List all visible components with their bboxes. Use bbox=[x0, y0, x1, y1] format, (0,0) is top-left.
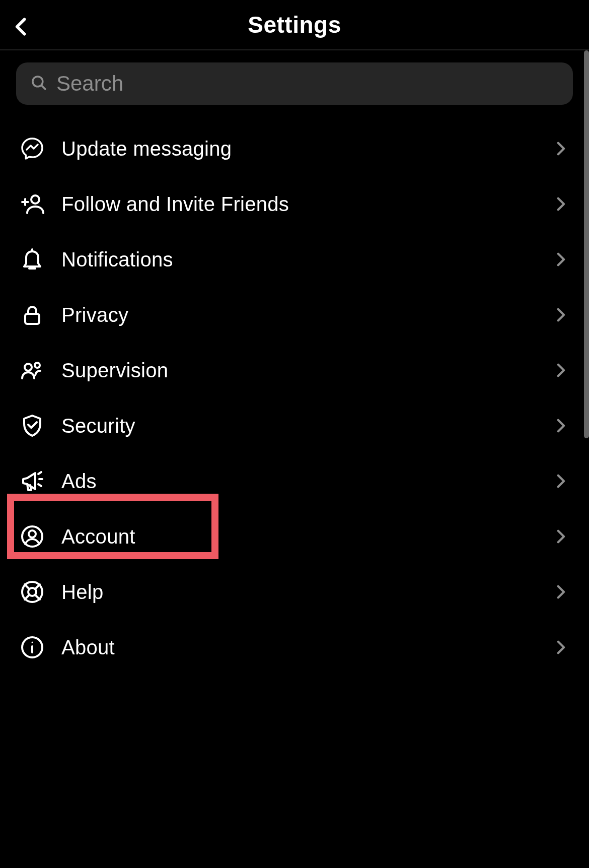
chevron-right-icon bbox=[552, 528, 569, 545]
user-circle-icon bbox=[19, 523, 45, 550]
menu-item-label: Follow and Invite Friends bbox=[61, 193, 552, 216]
svg-point-2 bbox=[31, 195, 39, 204]
svg-line-20 bbox=[35, 595, 40, 599]
chevron-right-icon bbox=[552, 251, 569, 268]
megaphone-icon bbox=[19, 468, 45, 494]
chevron-right-icon bbox=[552, 362, 569, 379]
chevron-right-icon bbox=[552, 195, 569, 213]
bell-icon bbox=[19, 246, 45, 273]
shield-check-icon bbox=[19, 413, 45, 439]
chevron-right-icon bbox=[552, 639, 569, 656]
lock-icon bbox=[19, 302, 45, 328]
content-scroll[interactable]: Update messaging Follow and Invite Frien… bbox=[0, 50, 589, 868]
svg-point-9 bbox=[35, 363, 40, 368]
menu-item-about[interactable]: About bbox=[16, 620, 573, 675]
svg-point-23 bbox=[32, 642, 33, 643]
menu-item-label: Update messaging bbox=[61, 138, 552, 160]
svg-line-18 bbox=[35, 584, 40, 589]
svg-line-1 bbox=[41, 85, 45, 89]
svg-line-19 bbox=[25, 595, 29, 599]
menu-item-label: Help bbox=[61, 581, 552, 604]
menu-item-label: Ads bbox=[61, 470, 552, 493]
chevron-right-icon bbox=[552, 140, 569, 157]
menu-item-privacy[interactable]: Privacy bbox=[16, 287, 573, 343]
menu-item-label: Supervision bbox=[61, 359, 552, 382]
menu-item-security[interactable]: Security bbox=[16, 398, 573, 453]
svg-rect-7 bbox=[25, 314, 39, 324]
svg-point-14 bbox=[29, 530, 36, 538]
menu-item-notifications[interactable]: Notifications bbox=[16, 232, 573, 287]
scrollbar-thumb[interactable] bbox=[584, 50, 589, 438]
menu-item-ads[interactable]: Ads bbox=[16, 453, 573, 509]
svg-line-17 bbox=[25, 584, 29, 589]
chevron-right-icon bbox=[552, 306, 569, 323]
search-field[interactable] bbox=[16, 62, 573, 105]
chevron-right-icon bbox=[552, 473, 569, 490]
lifebuoy-icon bbox=[19, 579, 45, 605]
svg-line-10 bbox=[38, 472, 41, 474]
chevron-right-icon bbox=[552, 583, 569, 600]
menu-item-label: Privacy bbox=[61, 304, 552, 326]
back-button[interactable] bbox=[9, 14, 34, 39]
menu-item-follow-invite[interactable]: Follow and Invite Friends bbox=[16, 176, 573, 232]
menu-item-label: Account bbox=[61, 525, 552, 548]
menu-item-update-messaging[interactable]: Update messaging bbox=[16, 121, 573, 176]
menu-item-label: About bbox=[61, 636, 552, 659]
menu-item-supervision[interactable]: Supervision bbox=[16, 343, 573, 398]
menu-item-help[interactable]: Help bbox=[16, 564, 573, 620]
page-title: Settings bbox=[248, 11, 341, 38]
svg-line-12 bbox=[38, 484, 41, 486]
search-input[interactable] bbox=[56, 72, 559, 96]
search-icon bbox=[30, 74, 56, 93]
menu-item-label: Security bbox=[61, 415, 552, 437]
menu-item-account[interactable]: Account bbox=[16, 509, 573, 564]
chevron-right-icon bbox=[552, 417, 569, 434]
messenger-icon bbox=[19, 136, 45, 162]
info-icon bbox=[19, 634, 45, 660]
people-icon bbox=[19, 357, 45, 383]
svg-point-8 bbox=[25, 364, 32, 371]
menu-item-label: Notifications bbox=[61, 248, 552, 271]
header: Settings bbox=[0, 0, 589, 50]
add-user-icon bbox=[19, 191, 45, 217]
